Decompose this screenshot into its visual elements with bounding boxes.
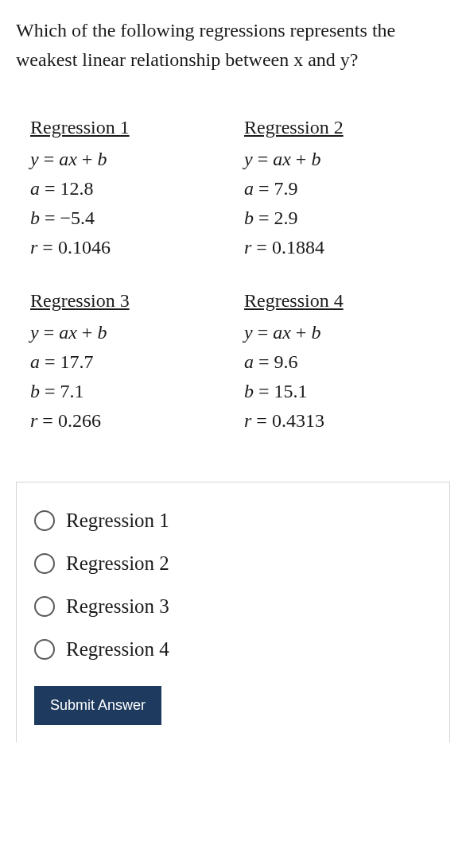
regression-a: a = 12.8 (30, 174, 236, 203)
regression-title: Regression 3 (30, 286, 236, 316)
radio-icon (34, 510, 55, 531)
regression-r: r = 0.1046 (30, 233, 236, 262)
regression-4: Regression 4 y = ax + b a = 9.6 b = 15.1… (244, 286, 450, 436)
option-label: Regression 4 (66, 638, 169, 661)
regression-r: r = 0.266 (30, 406, 236, 436)
regression-a: a = 9.6 (244, 347, 450, 377)
regression-a: a = 17.7 (30, 347, 236, 377)
regression-equation: y = ax + b (30, 145, 236, 174)
option-regression-1[interactable]: Regression 1 (34, 510, 432, 532)
question-text: Which of the following regressions repre… (16, 16, 450, 75)
regression-equation: y = ax + b (30, 318, 236, 347)
radio-icon (34, 596, 55, 617)
regression-a: a = 7.9 (244, 174, 450, 203)
radio-icon (34, 639, 55, 660)
option-label: Regression 1 (66, 510, 169, 532)
radio-icon (34, 553, 55, 574)
regression-2: Regression 2 y = ax + b a = 7.9 b = 2.9 … (244, 113, 450, 262)
regression-equation: y = ax + b (244, 145, 450, 174)
option-regression-4[interactable]: Regression 4 (34, 638, 432, 661)
regression-r: r = 0.4313 (244, 406, 450, 436)
regression-b: b = 15.1 (244, 377, 450, 406)
regression-title: Regression 4 (244, 286, 450, 316)
option-label: Regression 2 (66, 552, 169, 575)
regression-title: Regression 2 (244, 113, 450, 142)
submit-answer-button[interactable]: Submit Answer (34, 686, 161, 725)
regression-b: b = −5.4 (30, 203, 236, 233)
regression-title: Regression 1 (30, 113, 236, 142)
regression-equation: y = ax + b (244, 318, 450, 347)
regression-grid: Regression 1 y = ax + b a = 12.8 b = −5.… (16, 113, 450, 436)
option-label: Regression 3 (66, 595, 169, 618)
regression-r: r = 0.1884 (244, 233, 450, 262)
option-regression-3[interactable]: Regression 3 (34, 595, 432, 618)
regression-3: Regression 3 y = ax + b a = 17.7 b = 7.1… (30, 286, 236, 436)
option-regression-2[interactable]: Regression 2 (34, 552, 432, 575)
regression-b: b = 7.1 (30, 377, 236, 406)
regression-b: b = 2.9 (244, 203, 450, 233)
answer-box: Regression 1 Regression 2 Regression 3 R… (16, 482, 450, 742)
regression-1: Regression 1 y = ax + b a = 12.8 b = −5.… (30, 113, 236, 262)
